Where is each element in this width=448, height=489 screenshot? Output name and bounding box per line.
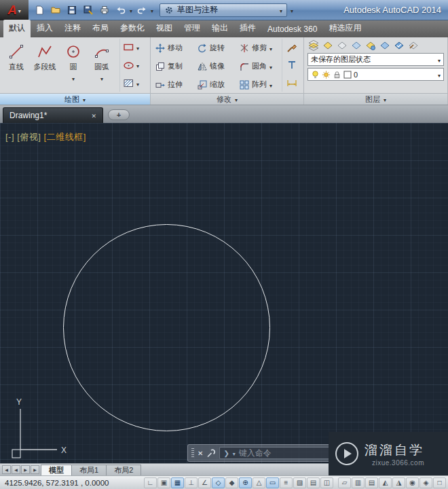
chevron-down-icon[interactable] bbox=[269, 62, 272, 71]
new-drawing-button[interactable] bbox=[32, 3, 46, 17]
file-tab-drawing1[interactable]: Drawing1* bbox=[3, 107, 103, 123]
layer-state-dropdown[interactable]: 未保存的图层状态 bbox=[307, 53, 444, 66]
scale-tool-button[interactable]: 缩放 bbox=[196, 78, 238, 91]
ribbon-tab-annotate[interactable]: 注释 bbox=[59, 20, 86, 37]
close-icon[interactable] bbox=[91, 111, 96, 120]
prev-layout-button[interactable] bbox=[12, 465, 20, 474]
grid-display-toggle[interactable]: ▦ bbox=[171, 477, 184, 488]
drag-handle[interactable] bbox=[191, 448, 194, 458]
drawn-circle-entity[interactable] bbox=[63, 224, 270, 431]
layout-tab-layout1[interactable]: 布局1 bbox=[71, 465, 107, 475]
first-layout-button[interactable] bbox=[2, 465, 11, 474]
undo-dropdown-icon[interactable] bbox=[130, 5, 132, 15]
recent-commands-icon[interactable] bbox=[233, 448, 236, 458]
selection-cycling-toggle[interactable]: ◫ bbox=[320, 477, 333, 488]
dimension-tool-button[interactable] bbox=[286, 77, 298, 89]
redo-button[interactable] bbox=[134, 3, 149, 17]
chevron-down-icon[interactable] bbox=[72, 74, 75, 82]
ribbon-tab-output[interactable]: 输出 bbox=[206, 20, 234, 37]
circle-tool-button[interactable]: 圆 bbox=[59, 39, 88, 92]
draw-panel-title[interactable]: 绘图 bbox=[0, 93, 150, 105]
ortho-mode-toggle[interactable]: ⊥ bbox=[185, 477, 198, 488]
dynamic-input-toggle[interactable]: ▭ bbox=[266, 477, 279, 488]
viewport-visual-style-control[interactable]: [二维线框] bbox=[44, 132, 86, 142]
ribbon-tab-layout[interactable]: 布局 bbox=[87, 20, 114, 37]
quick-properties-toggle[interactable]: ▤ bbox=[307, 477, 320, 488]
clean-screen-button[interactable]: □ bbox=[433, 477, 446, 488]
ribbon-tab-add-ins[interactable]: 插件 bbox=[234, 20, 261, 37]
layer-match-button[interactable] bbox=[407, 39, 419, 51]
layer-select-dropdown[interactable]: 0 bbox=[307, 68, 444, 81]
make-current-button[interactable] bbox=[393, 39, 405, 51]
infer-constraints-toggle[interactable]: ∟ bbox=[144, 477, 157, 488]
ribbon-tab-featured-apps[interactable]: 精选应用 bbox=[323, 20, 367, 37]
last-layout-button[interactable] bbox=[31, 465, 39, 474]
viewport-minimize-control[interactable]: [-] bbox=[5, 132, 14, 142]
match-properties-button[interactable] bbox=[286, 42, 298, 54]
array-tool-button[interactable]: 阵列 bbox=[238, 78, 280, 91]
save-as-button[interactable] bbox=[81, 3, 95, 17]
hatch-tool-button[interactable] bbox=[120, 77, 142, 90]
ellipse-tool-button[interactable] bbox=[120, 59, 142, 72]
layout-tab-model[interactable]: 模型 bbox=[41, 465, 72, 475]
ribbon-tab-view[interactable]: 视图 bbox=[151, 20, 178, 37]
workspace-switching-button[interactable]: ◉ bbox=[406, 477, 419, 488]
ribbon-tab-manage[interactable]: 管理 bbox=[179, 20, 206, 37]
layer-off-button[interactable] bbox=[365, 39, 377, 51]
mirror-tool-button[interactable]: 镜像 bbox=[196, 60, 238, 73]
lineweight-toggle[interactable]: ≡ bbox=[280, 477, 293, 488]
open-button[interactable] bbox=[48, 3, 62, 17]
layer-freeze-button[interactable] bbox=[350, 39, 362, 51]
redo-dropdown-icon[interactable] bbox=[151, 5, 153, 15]
snap-mode-toggle[interactable]: ▣ bbox=[157, 477, 170, 488]
rotate-tool-button[interactable]: 旋转 bbox=[196, 41, 238, 54]
layout-tab-layout2[interactable]: 布局2 bbox=[106, 465, 141, 475]
polar-tracking-toggle[interactable]: ∠ bbox=[198, 477, 211, 488]
3d-object-snap-toggle[interactable]: ◆ bbox=[225, 477, 238, 488]
arc-tool-button[interactable]: 圆弧 bbox=[88, 39, 116, 92]
workspace-switcher[interactable]: 草图与注释 bbox=[160, 3, 287, 17]
line-tool-button[interactable]: 直线 bbox=[2, 39, 31, 92]
chevron-down-icon[interactable] bbox=[269, 81, 272, 89]
ucs-icon[interactable]: Y X bbox=[0, 397, 75, 462]
chevron-down-icon[interactable] bbox=[269, 44, 272, 52]
stretch-tool-button[interactable]: 拉伸 bbox=[154, 78, 196, 91]
object-snap-tracking-toggle[interactable]: ⊕ bbox=[239, 477, 252, 488]
model-space-button[interactable]: ▱ bbox=[338, 477, 351, 488]
transparency-toggle[interactable]: ▨ bbox=[293, 477, 306, 488]
save-button[interactable] bbox=[64, 3, 79, 17]
fillet-tool-button[interactable]: 圆角 bbox=[238, 60, 280, 73]
new-drawing-tab-button[interactable] bbox=[108, 109, 130, 120]
ribbon-tab-insert[interactable]: 插入 bbox=[31, 20, 58, 37]
annotation-autoscale-button[interactable]: ◮ bbox=[392, 477, 405, 488]
rectangle-tool-button[interactable] bbox=[120, 41, 142, 54]
viewport-view-control[interactable]: [俯视] bbox=[17, 132, 41, 142]
quick-view-drawings-button[interactable]: ▥ bbox=[352, 477, 365, 488]
ribbon-tab-parametric[interactable]: 参数化 bbox=[115, 20, 150, 37]
trim-tool-button[interactable]: 修剪 bbox=[238, 41, 280, 54]
undo-button[interactable] bbox=[113, 3, 128, 17]
object-snap-toggle[interactable]: ◇ bbox=[212, 477, 225, 488]
text-tool-button[interactable] bbox=[286, 60, 298, 71]
copy-tool-button[interactable]: 复制 bbox=[154, 60, 196, 73]
layer-properties-button[interactable] bbox=[307, 39, 320, 51]
next-layout-button[interactable] bbox=[21, 465, 30, 474]
annotation-visibility-button[interactable]: ◭ bbox=[379, 477, 392, 488]
drawing-canvas[interactable]: [-] [俯视] [二维线框] Y X 键入命令 bbox=[0, 123, 448, 463]
ribbon-tab-autodesk-360[interactable]: Autodesk 360 bbox=[262, 22, 322, 37]
layer-unisolate-button[interactable] bbox=[336, 39, 348, 51]
application-menu-button[interactable]: A bbox=[0, 0, 29, 20]
layer-on-button[interactable] bbox=[379, 39, 391, 51]
polyline-tool-button[interactable]: 多段线 bbox=[31, 39, 59, 92]
plot-button[interactable] bbox=[97, 3, 111, 17]
layers-panel-title[interactable]: 图层 bbox=[304, 93, 447, 105]
dynamic-ucs-toggle[interactable]: △ bbox=[253, 477, 265, 488]
move-tool-button[interactable]: 移动 bbox=[154, 41, 196, 54]
modify-panel-title[interactable]: 修改 bbox=[151, 93, 303, 105]
customize-wrench-icon[interactable] bbox=[206, 448, 216, 458]
close-icon[interactable] bbox=[198, 448, 203, 458]
chevron-down-icon[interactable] bbox=[100, 74, 103, 82]
toolbar-lock-button[interactable]: ◈ bbox=[419, 477, 432, 488]
layer-isolate-button[interactable] bbox=[322, 39, 334, 51]
quick-view-layouts-button[interactable]: ▤ bbox=[365, 477, 378, 488]
